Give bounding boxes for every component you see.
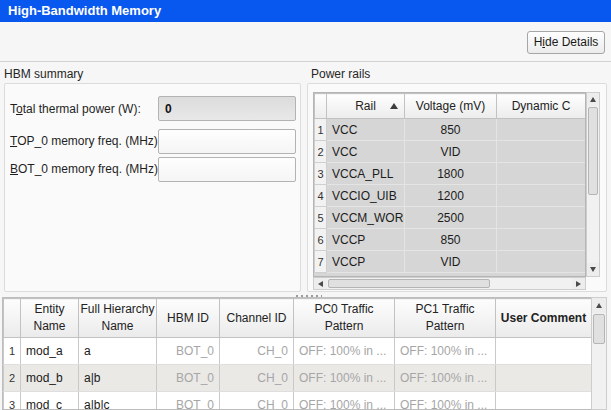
corner-header-cell <box>315 94 327 119</box>
row-number-cell[interactable]: 2 <box>315 141 327 163</box>
hierarchy-name-cell[interactable]: a <box>79 338 157 365</box>
hide-details-button[interactable]: Hide Details <box>527 31 605 54</box>
pc1-traffic-cell[interactable]: OFF: 100% in ... <box>395 365 496 392</box>
label-post: OT_0 memory freq. (MHz): <box>18 162 161 176</box>
channel-id-cell[interactable]: CH_0 <box>220 338 294 365</box>
arrow-down-icon <box>590 267 596 272</box>
user-comment-column-header[interactable]: User Comment <box>496 299 592 338</box>
entity-row: 2 mod_b a|b BOT_0 CH_0 OFF: 100% in ... … <box>4 365 592 392</box>
dynamic-current-cell[interactable] <box>497 163 586 185</box>
hbm-summary-group-label: HBM summary <box>4 67 83 81</box>
header-line: Entity <box>21 301 78 318</box>
pc1-traffic-cell[interactable]: OFF: 100% in ... <box>395 392 496 410</box>
horizontal-divider <box>0 61 611 62</box>
row-number-cell[interactable]: 5 <box>315 207 327 229</box>
entity-name-cell[interactable]: mod_b <box>21 365 79 392</box>
top0-memory-freq-field[interactable] <box>158 129 296 154</box>
power-rail-row: 6 VCCP 850 <box>315 229 586 251</box>
dynamic-current-cell[interactable] <box>497 119 586 141</box>
scroll-up-button[interactable] <box>592 298 606 313</box>
rail-cell[interactable]: VCC <box>327 141 405 163</box>
rail-cell[interactable]: VCCP <box>327 229 405 251</box>
panel-title: High-Bandwidth Memory <box>0 0 611 22</box>
power-rail-row: 2 VCC VID <box>315 141 586 163</box>
header-line: HBM ID <box>157 310 219 327</box>
power-rail-row: 1 VCC 850 <box>315 119 586 141</box>
hierarchy-name-cell[interactable]: a|b|c <box>79 392 157 410</box>
bot0-memory-freq-field[interactable] <box>158 157 296 182</box>
header-line: Full Hierarchy <box>79 301 156 318</box>
rail-cell[interactable]: VCCA_PLL <box>327 163 405 185</box>
row-number-cell[interactable]: 1 <box>4 338 21 365</box>
entity-name-cell[interactable]: mod_a <box>21 338 79 365</box>
entity-name-column-header[interactable]: EntityName <box>21 299 79 338</box>
scroll-right-button[interactable] <box>572 278 585 289</box>
pc0-traffic-cell[interactable]: OFF: 100% in ... <box>294 338 395 365</box>
pc0-traffic-cell[interactable]: OFF: 100% in ... <box>294 392 395 410</box>
scrollbar-thumb[interactable] <box>593 314 605 344</box>
scrollbar-thumb[interactable] <box>328 279 490 288</box>
row-number-cell[interactable]: 2 <box>4 365 21 392</box>
entity-row: 3 mod_c a|b|c BOT_0 CH_0 OFF: 100% in ..… <box>4 392 592 410</box>
high-bandwidth-memory-panel: High-Bandwidth Memory Hide Details HBM s… <box>0 0 611 410</box>
header-label: Rail <box>355 99 376 113</box>
scroll-up-button[interactable] <box>587 93 599 106</box>
voltage-cell[interactable]: 2500 <box>405 207 497 229</box>
voltage-cell[interactable]: 850 <box>405 229 497 251</box>
voltage-cell[interactable]: 850 <box>405 119 497 141</box>
dynamic-current-cell[interactable] <box>497 207 586 229</box>
scroll-left-button[interactable] <box>314 278 327 289</box>
rail-column-header[interactable]: Rail <box>327 94 405 119</box>
label-mnemonic: B <box>10 162 18 176</box>
pc0-traffic-pattern-column-header[interactable]: PC0 TrafficPattern <box>294 299 395 338</box>
voltage-column-header[interactable]: Voltage (mV) <box>405 94 497 119</box>
channel-id-cell[interactable]: CH_0 <box>220 365 294 392</box>
pc0-traffic-cell[interactable]: OFF: 100% in ... <box>294 365 395 392</box>
user-comment-cell[interactable] <box>496 392 592 410</box>
dynamic-current-cell[interactable] <box>497 229 586 251</box>
rail-cell[interactable]: VCC <box>327 119 405 141</box>
entity-table-vertical-scrollbar[interactable] <box>591 297 607 410</box>
scroll-down-button[interactable] <box>587 263 599 276</box>
power-rails-vertical-scrollbar[interactable] <box>586 92 600 277</box>
dynamic-current-column-header[interactable]: Dynamic C <box>497 94 586 119</box>
row-number-cell[interactable]: 6 <box>315 229 327 251</box>
header-line: User Comment <box>496 310 591 327</box>
user-comment-cell[interactable] <box>496 365 592 392</box>
voltage-cell[interactable]: VID <box>405 141 497 163</box>
pc1-traffic-pattern-column-header[interactable]: PC1 TrafficPattern <box>395 299 496 338</box>
scrollbar-thumb[interactable] <box>588 107 598 195</box>
voltage-cell[interactable]: VID <box>405 251 497 273</box>
rail-cell[interactable]: VCCIO_UIB <box>327 185 405 207</box>
pc1-traffic-cell[interactable]: OFF: 100% in ... <box>395 338 496 365</box>
full-hierarchy-name-column-header[interactable]: Full HierarchyName <box>79 299 157 338</box>
rail-cell[interactable]: VCCM_WORD <box>327 207 405 229</box>
power-rail-row: 3 VCCA_PLL 1800 <box>315 163 586 185</box>
row-number-cell[interactable]: 7 <box>315 251 327 273</box>
dynamic-current-cell[interactable] <box>497 251 586 273</box>
row-number-cell[interactable]: 1 <box>315 119 327 141</box>
hbm-id-cell[interactable]: BOT_0 <box>157 338 220 365</box>
hbm-id-cell[interactable]: BOT_0 <box>157 365 220 392</box>
hierarchy-name-cell[interactable]: a|b <box>79 365 157 392</box>
power-rails-table: Rail Voltage (mV) Dynamic C 1 VCC 850 2 … <box>313 92 586 277</box>
dynamic-current-cell[interactable] <box>497 141 586 163</box>
row-number-cell[interactable]: 4 <box>315 185 327 207</box>
channel-id-cell[interactable]: CH_0 <box>220 392 294 410</box>
voltage-cell[interactable]: 1800 <box>405 163 497 185</box>
voltage-cell[interactable]: 1200 <box>405 185 497 207</box>
hbm-id-column-header[interactable]: HBM ID <box>157 299 220 338</box>
channel-id-column-header[interactable]: Channel ID <box>220 299 294 338</box>
power-rails-horizontal-scrollbar[interactable] <box>313 277 586 290</box>
dynamic-current-cell[interactable] <box>497 185 586 207</box>
hbm-id-cell[interactable]: BOT_0 <box>157 392 220 410</box>
rail-cell[interactable]: VCCP <box>327 251 405 273</box>
power-rails-header-row: Rail Voltage (mV) Dynamic C <box>315 94 586 119</box>
row-number-cell[interactable]: 3 <box>315 163 327 185</box>
entity-name-cell[interactable]: mod_c <box>21 392 79 410</box>
row-number-cell[interactable]: 3 <box>4 392 21 410</box>
user-comment-cell[interactable] <box>496 338 592 365</box>
bot0-memory-freq-label: BOT_0 memory freq. (MHz): <box>10 157 161 182</box>
header-line: PC1 Traffic <box>395 301 495 318</box>
total-thermal-power-field <box>158 96 296 121</box>
